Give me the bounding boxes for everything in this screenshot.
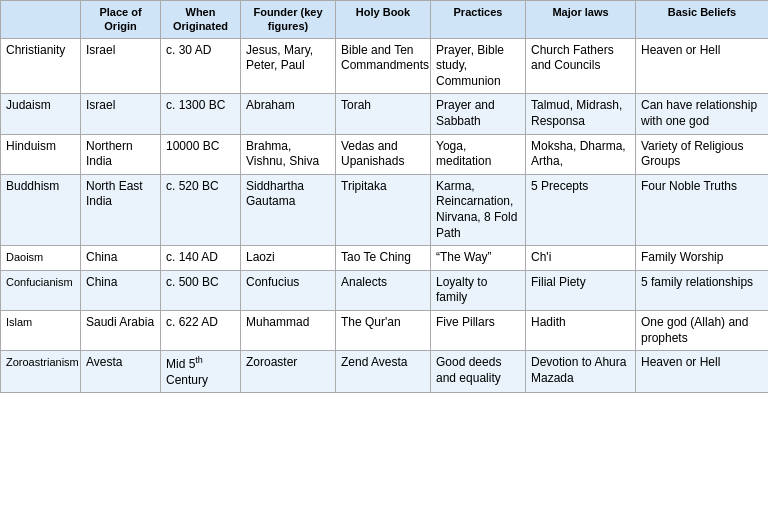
table-cell: Jesus, Mary, Peter, Paul: [241, 38, 336, 94]
table-cell: Northern India: [81, 134, 161, 174]
table-cell: North East India: [81, 174, 161, 245]
table-cell: Five Pillars: [431, 310, 526, 350]
table-cell: The Qur'an: [336, 310, 431, 350]
table-cell: China: [81, 246, 161, 271]
table-cell: Talmud, Midrash, Responsa: [526, 94, 636, 134]
table-cell: Siddhartha Gautama: [241, 174, 336, 245]
header-row: Place of Origin When Originated Founder …: [1, 1, 769, 39]
table-cell: Islam: [1, 310, 81, 350]
religions-table: Place of Origin When Originated Founder …: [0, 0, 768, 393]
table-cell: Prayer, Bible study, Communion: [431, 38, 526, 94]
table-row: ZoroastrianismAvestaMid 5th CenturyZoroa…: [1, 351, 769, 393]
table-cell: Hinduism: [1, 134, 81, 174]
table-row: JudaismIsraelc. 1300 BCAbrahamTorahPraye…: [1, 94, 769, 134]
header-founder: Founder (key figures): [241, 1, 336, 39]
table-cell: Analects: [336, 270, 431, 310]
table-cell: Devotion to Ahura Mazada: [526, 351, 636, 393]
table-cell: Church Fathers and Councils: [526, 38, 636, 94]
table-cell: Filial Piety: [526, 270, 636, 310]
table-row: DaoismChinac. 140 ADLaoziTao Te Ching“Th…: [1, 246, 769, 271]
table-cell: Christianity: [1, 38, 81, 94]
header-when: When Originated: [161, 1, 241, 39]
table-cell: China: [81, 270, 161, 310]
table-cell: c. 30 AD: [161, 38, 241, 94]
table-cell: 5 family relationships: [636, 270, 769, 310]
header-holybook: Holy Book: [336, 1, 431, 39]
table-cell: Zoroaster: [241, 351, 336, 393]
table-cell: One god (Allah) and prophets: [636, 310, 769, 350]
table-cell: Karma, Reincarnation, Nirvana, 8 Fold Pa…: [431, 174, 526, 245]
table-cell: Bible and Ten Commandments: [336, 38, 431, 94]
table-cell: Mid 5th Century: [161, 351, 241, 393]
header-basicbeliefs: Basic Beliefs: [636, 1, 769, 39]
table-cell: Loyalty to family: [431, 270, 526, 310]
table-cell: Muhammad: [241, 310, 336, 350]
header-practices: Practices: [431, 1, 526, 39]
header-religion: [1, 1, 81, 39]
table-cell: Variety of Religious Groups: [636, 134, 769, 174]
table-cell: Torah: [336, 94, 431, 134]
table-row: HinduismNorthern India10000 BCBrahma, Vi…: [1, 134, 769, 174]
table-cell: c. 1300 BC: [161, 94, 241, 134]
table-cell: Tripitaka: [336, 174, 431, 245]
header-majorlaws: Major laws: [526, 1, 636, 39]
table-cell: Daoism: [1, 246, 81, 271]
table-row: ChristianityIsraelc. 30 ADJesus, Mary, P…: [1, 38, 769, 94]
table-cell: Good deeds and equality: [431, 351, 526, 393]
table-cell: Prayer and Sabbath: [431, 94, 526, 134]
table-row: BuddhismNorth East Indiac. 520 BCSiddhar…: [1, 174, 769, 245]
table-cell: Four Noble Truths: [636, 174, 769, 245]
table-cell: c. 500 BC: [161, 270, 241, 310]
table-cell: Abraham: [241, 94, 336, 134]
table-cell: Zoroastrianism: [1, 351, 81, 393]
table-cell: Israel: [81, 38, 161, 94]
table-cell: Zend Avesta: [336, 351, 431, 393]
table-cell: Family Worship: [636, 246, 769, 271]
table-cell: c. 520 BC: [161, 174, 241, 245]
table-cell: Moksha, Dharma, Artha,: [526, 134, 636, 174]
table-cell: Confucius: [241, 270, 336, 310]
table-cell: Saudi Arabia: [81, 310, 161, 350]
table-cell: Confucianism: [1, 270, 81, 310]
table-cell: Avesta: [81, 351, 161, 393]
table-cell: Heaven or Hell: [636, 38, 769, 94]
table-cell: Judaism: [1, 94, 81, 134]
header-place: Place of Origin: [81, 1, 161, 39]
table-cell: Heaven or Hell: [636, 351, 769, 393]
table-cell: Can have relationship with one god: [636, 94, 769, 134]
table-cell: Israel: [81, 94, 161, 134]
table-cell: c. 140 AD: [161, 246, 241, 271]
table-row: IslamSaudi Arabiac. 622 ADMuhammadThe Qu…: [1, 310, 769, 350]
table-cell: Ch'i: [526, 246, 636, 271]
table-cell: Tao Te Ching: [336, 246, 431, 271]
table-cell: 5 Precepts: [526, 174, 636, 245]
table-cell: 10000 BC: [161, 134, 241, 174]
table-cell: “The Way”: [431, 246, 526, 271]
table-cell: Vedas and Upanishads: [336, 134, 431, 174]
table-row: ConfucianismChinac. 500 BCConfuciusAnale…: [1, 270, 769, 310]
table-cell: Brahma, Vishnu, Shiva: [241, 134, 336, 174]
table-cell: Buddhism: [1, 174, 81, 245]
table-cell: c. 622 AD: [161, 310, 241, 350]
table-cell: Laozi: [241, 246, 336, 271]
table-cell: Hadith: [526, 310, 636, 350]
table-cell: Yoga, meditation: [431, 134, 526, 174]
